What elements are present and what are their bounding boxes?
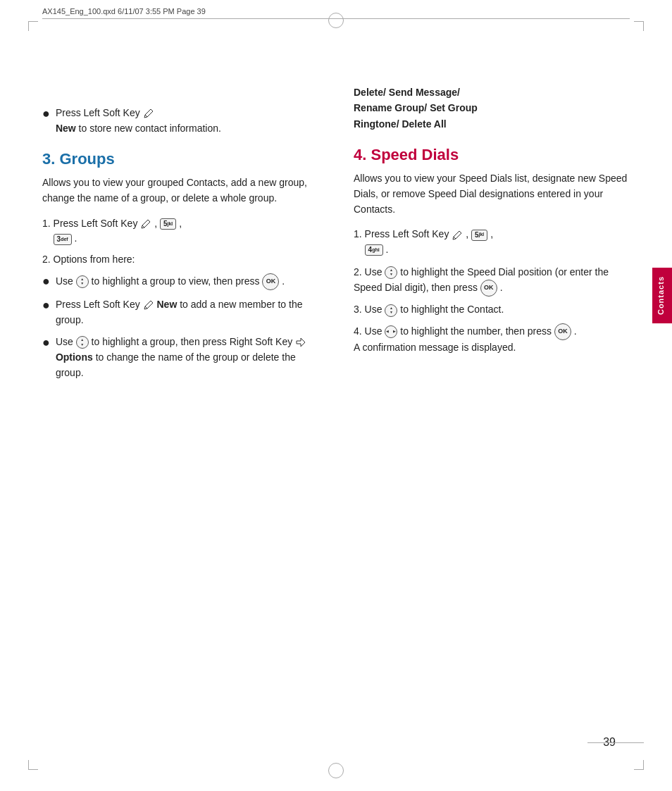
- nav-ud-s4-s2: [385, 266, 397, 279]
- b2-press: Press Left Soft Key: [56, 299, 143, 310]
- ok-icon-s4-s2: OK: [480, 280, 497, 297]
- section-3-bullet-3: ● Use to highlight a group, then press R…: [42, 335, 318, 380]
- section-4-speed-dials: 4. Speed Dials Allows you to view your S…: [354, 146, 630, 356]
- nav-ud-icon-3: [76, 336, 89, 349]
- s4-key-4ghi: 4ghi: [365, 244, 383, 256]
- nav-ud-icon-1: [76, 275, 89, 288]
- bullet-dot-3: ●: [42, 335, 50, 351]
- section-3-intro: Allows you to view your grouped Contacts…: [42, 175, 318, 206]
- section-4-step2: 2. Use to highlight the Speed Dial posit…: [354, 265, 630, 297]
- section-3-bullets: ● Use to highlight a group to view, then…: [42, 273, 318, 380]
- b3-use: Use: [56, 336, 76, 347]
- section-4-step4: 4. Use to highlight the number, then pre…: [354, 323, 630, 356]
- page-wrapper: AX145_Eng_100.qxd 6/11/07 3:55 PM Page 3…: [0, 0, 672, 791]
- s4-s4-num: 4. Use: [354, 325, 385, 337]
- section-4-step1: 1. Press Left Soft Key , 5jkl , 4ghi .: [354, 227, 630, 257]
- intro-bullet: ● Press Left Soft Key New to stor: [42, 106, 318, 136]
- section-3-bullet-1: ● Use to highlight a group to view, then…: [42, 273, 318, 290]
- step1-pencil-icon: [140, 218, 151, 230]
- top-circle: [328, 13, 344, 28]
- s4-s3-num: 3. Use: [354, 304, 385, 315]
- options-block: Delete/ Send Message/ Rename Group/ Set …: [354, 85, 630, 132]
- ok-icon-1: OK: [262, 273, 279, 290]
- section-3-bullet-2: ● Press Left Soft Key New to add a new m…: [42, 297, 318, 328]
- b3-text1: to highlight a group, then press Right S…: [92, 336, 296, 347]
- section-3-step1: 1. Press Left Soft Key , 5jkl , 3def .: [42, 216, 318, 247]
- pencil-icon: [143, 108, 154, 119]
- s4-s2-num: 2. Use: [354, 266, 385, 278]
- options-line2: Rename Group/ Set Group: [354, 102, 478, 113]
- step1-comma2: ,: [179, 218, 182, 229]
- key-5jkl: 5jkl: [160, 218, 176, 230]
- s4-step1-text: 1. Press Left Soft Key: [354, 228, 452, 239]
- key-3def: 3def: [54, 234, 72, 245]
- bottom-circle: [328, 763, 344, 778]
- b1-text: to highlight a group to view, then press: [92, 275, 263, 287]
- s4-s4-confirm: A confirmation message is displayed.: [354, 342, 516, 353]
- s4-s4-text: to highlight the number, then press: [400, 325, 554, 337]
- step1-period: .: [75, 232, 77, 244]
- section-4-heading: 4. Speed Dials: [354, 146, 630, 164]
- s4-s2-period: .: [500, 282, 503, 293]
- bullet-1-content: Use to highlight a group to view, then p…: [56, 273, 318, 290]
- corner-tl: [28, 21, 38, 31]
- s4-s4-period: .: [574, 325, 577, 337]
- section-3-step2: 2. Options from here:: [42, 252, 318, 268]
- bullet-dot: ●: [42, 106, 50, 122]
- corner-br: [634, 760, 644, 770]
- rsk-icon: [295, 337, 306, 348]
- corner-tr: [634, 21, 644, 31]
- s4-key-5jkl: 5jkl: [471, 230, 487, 241]
- options-line3: Ringtone/ Delete All: [354, 118, 447, 130]
- bullet-dot-1: ●: [42, 274, 50, 289]
- corner-bl: [28, 760, 38, 770]
- step1-comma: ,: [154, 218, 160, 229]
- intro-text-after: to store new contact information.: [79, 123, 221, 134]
- bullet-dot-2: ●: [42, 298, 50, 313]
- section-4-step3: 3. Use to highlight the Contact.: [354, 302, 630, 318]
- s4-pencil-icon: [452, 230, 463, 241]
- b1-period: .: [282, 275, 285, 287]
- nav-ud-s4-s3: [385, 304, 397, 317]
- section-3-heading: 3. Groups: [42, 150, 318, 168]
- nav-lr-s4-s4: [385, 325, 397, 338]
- b2-pencil-icon: [143, 299, 154, 311]
- b3-options: Options: [56, 351, 93, 363]
- step2-text: 2. Options from here:: [42, 254, 135, 265]
- bullet-2-content: Press Left Soft Key New to add a new mem…: [56, 297, 318, 328]
- section-3-groups: 3. Groups Allows you to view your groupe…: [42, 150, 318, 380]
- step1-text: 1. Press Left Soft Key: [42, 218, 140, 229]
- section-4-intro: Allows you to view your Speed Dials list…: [354, 171, 630, 217]
- b2-new: New: [157, 299, 178, 310]
- intro-bullet-content: Press Left Soft Key New to store new con…: [56, 106, 318, 136]
- right-column: Delete/ Send Message/ Rename Group/ Set …: [340, 42, 630, 749]
- s4-comma2: ,: [490, 228, 493, 239]
- left-column: ● Press Left Soft Key New to stor: [42, 42, 340, 749]
- s4-comma1: ,: [466, 228, 471, 239]
- s4-period: .: [386, 244, 389, 255]
- s4-s3-text: to highlight the Contact.: [400, 304, 504, 315]
- intro-text-before: Press Left Soft Key: [56, 107, 143, 118]
- intro-new-label: New: [56, 123, 76, 134]
- b1-use: Use: [56, 275, 76, 287]
- ok-icon-s4-s4: OK: [554, 323, 571, 340]
- side-tab: Contacts: [652, 268, 672, 323]
- bullet-3-content: Use to highlight a group, then press Rig…: [56, 335, 318, 380]
- options-line1: Delete/ Send Message/: [354, 87, 460, 98]
- intro-bullet-item: ● Press Left Soft Key New to stor: [42, 106, 318, 136]
- content-area: ● Press Left Soft Key New to stor: [42, 42, 630, 749]
